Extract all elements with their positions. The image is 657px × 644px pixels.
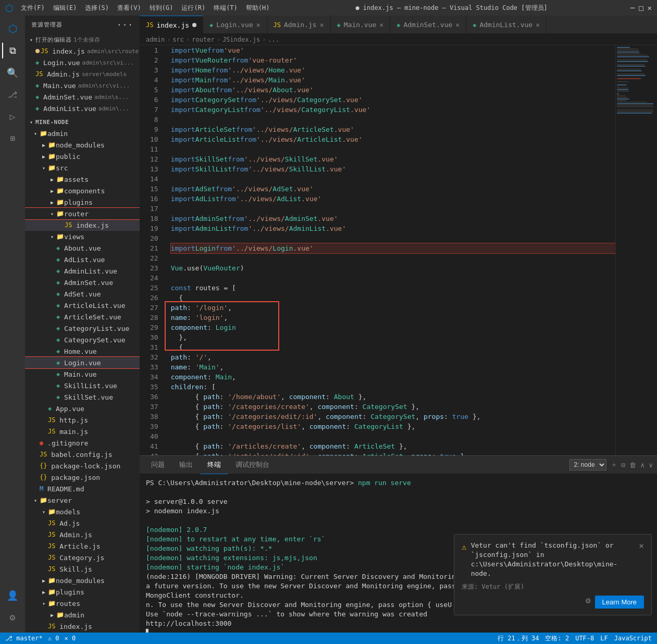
code-line[interactable]: { path: '/articles/create', component: A…: [171, 441, 615, 451]
code-editor[interactable]: 1234567891011121314151617181920212223242…: [140, 45, 615, 455]
tree-public[interactable]: ▶ 📁 public: [25, 151, 140, 162]
code-line[interactable]: import AdList from '../views/AdList.vue': [171, 194, 615, 204]
code-line[interactable]: { path: '/categories/edit/:id', componen…: [171, 412, 615, 422]
code-line[interactable]: [171, 174, 615, 184]
activity-icon-explorer[interactable]: ⧉: [2, 40, 23, 61]
code-line[interactable]: Vue.use(VueRouter): [171, 263, 615, 273]
tree-ad-js[interactable]: JS Ad.js: [25, 517, 140, 529]
code-line[interactable]: const routes = [: [171, 283, 615, 293]
code-content[interactable]: import Vue from 'vue'import VueRouter fr…: [167, 45, 615, 455]
tree-http-js[interactable]: JS http.js: [25, 414, 140, 426]
code-line[interactable]: import AdSet from '../views/AdSet.vue': [171, 184, 615, 194]
tree-skilllist-vue[interactable]: ◈ SkillList.vue: [25, 380, 140, 391]
tree-login-vue[interactable]: ◈ Login.vue: [25, 357, 140, 368]
terminal-trash-icon[interactable]: 🗑: [629, 461, 636, 469]
tree-components[interactable]: ▶ 📁 components: [25, 185, 140, 196]
tree-routes[interactable]: ▾ 📁 routes: [25, 598, 140, 609]
code-line[interactable]: import CategoryList from '../views/Categ…: [171, 105, 615, 115]
breadcrumb-part[interactable]: ...: [268, 36, 279, 43]
tree-app-vue[interactable]: ◈ App.vue: [25, 403, 140, 414]
tree-about-vue[interactable]: ◈ About.vue: [25, 242, 140, 254]
terminal-node-select[interactable]: 2: node: [569, 459, 606, 470]
tree-package-lock[interactable]: {} package-lock.json: [25, 460, 140, 472]
code-line[interactable]: import AdminList from '../views/AdminLis…: [171, 224, 615, 233]
learn-more-button[interactable]: Learn More: [595, 596, 644, 609]
code-line[interactable]: import ArticleList from '../views/Articl…: [171, 134, 615, 144]
code-line[interactable]: [171, 253, 615, 263]
code-line[interactable]: [171, 115, 615, 125]
breadcrumb-part[interactable]: src: [172, 36, 184, 43]
tree-router[interactable]: ▾ 📁 router: [25, 208, 140, 219]
tab-index-js[interactable]: JS index.js: [140, 16, 203, 34]
tree-adminlist-vue[interactable]: ◈ AdminList.vue: [25, 265, 140, 277]
tree-server-plugins[interactable]: ▶ 📁 plugins: [25, 586, 140, 598]
code-line[interactable]: [171, 431, 615, 441]
error-count[interactable]: ⚠ 0: [48, 635, 59, 642]
code-line[interactable]: [171, 144, 615, 154]
code-line[interactable]: import SkillSet from '../views/SkillSet.…: [171, 154, 615, 164]
encoding[interactable]: UTF-8: [575, 635, 594, 642]
close-tab-icon[interactable]: ✕: [256, 21, 261, 29]
code-line[interactable]: import Home from '../views/Home.vue': [171, 65, 615, 75]
tree-plugins[interactable]: ▶ 📁 plugins: [25, 196, 140, 208]
open-file-adminset-vue[interactable]: ◈ AdminSet.vue admin\s...: [25, 91, 140, 103]
tree-server-folder[interactable]: ▾ 📁 server: [25, 494, 140, 506]
menu-run[interactable]: 运行(R): [178, 3, 208, 14]
tree-index-js[interactable]: JS index.js: [25, 219, 140, 231]
close-tab-icon[interactable]: ✕: [379, 21, 383, 29]
code-line[interactable]: { path: '/articles/edit/:id', component:…: [171, 451, 615, 455]
activity-icon-account[interactable]: 👤: [2, 585, 23, 605]
tab-login-vue[interactable]: ◈ Login.vue ✕: [203, 16, 267, 34]
menu-view[interactable]: 查看(V): [114, 3, 144, 14]
code-line[interactable]: import Login from '../views/Login.vue': [171, 243, 615, 253]
maximize-button[interactable]: □: [639, 4, 643, 12]
tree-assets[interactable]: ▶ 📁 assets: [25, 174, 140, 185]
activity-icon-source-control[interactable]: ⎇: [2, 84, 23, 105]
menu-bar[interactable]: 文件(F) 编辑(E) 选择(S) 查看(V) 转到(G) 运行(R) 终端(T…: [18, 3, 273, 14]
code-line[interactable]: import Vue from 'vue': [171, 45, 615, 55]
code-line[interactable]: path: '/login',: [171, 303, 615, 313]
tree-main-js[interactable]: JS main.js: [25, 426, 140, 437]
tree-categorylist-vue[interactable]: ◈ CategoryList.vue: [25, 323, 140, 334]
code-line[interactable]: [171, 273, 615, 283]
tree-server-node-modules[interactable]: ▶ 📁 node_modules: [25, 575, 140, 586]
terminal-add-icon[interactable]: ＋: [611, 460, 617, 469]
code-line[interactable]: path: '/',: [171, 352, 615, 362]
open-file-login-vue[interactable]: ◈ Login.vue admin\src\vi...: [25, 57, 140, 68]
tree-views[interactable]: ▾ 📁 views: [25, 231, 140, 242]
code-line[interactable]: {: [171, 293, 615, 303]
tab-admin-js[interactable]: JS Admin.js ✕: [267, 16, 331, 34]
menu-file[interactable]: 文件(F): [18, 3, 48, 14]
open-file-main-vue[interactable]: ◈ Main.vue admin\src\vi...: [25, 80, 140, 91]
tree-category-js[interactable]: JS Category.js: [25, 552, 140, 563]
tree-skill-js[interactable]: JS Skill.js: [25, 563, 140, 575]
open-file-admin-js[interactable]: JS Admin.js server\models: [25, 68, 140, 80]
line-ending[interactable]: LF: [600, 635, 608, 642]
tree-models[interactable]: ▾ 📁 models: [25, 506, 140, 517]
code-line[interactable]: { path: '/categories/create', component:…: [171, 402, 615, 412]
code-line[interactable]: import About from '../views/About.vue': [171, 85, 615, 95]
tree-babel-config[interactable]: JS babel.config.js: [25, 449, 140, 460]
language-mode[interactable]: JavaScript: [614, 635, 652, 642]
tree-admin-js[interactable]: JS Admin.js: [25, 529, 140, 540]
tab-adminset-vue[interactable]: ◈ AdminSet.vue ✕: [390, 16, 466, 34]
code-line[interactable]: {: [171, 342, 615, 352]
tree-node-modules[interactable]: ▶ 📁 node_modules: [25, 139, 140, 151]
sidebar-more-icon[interactable]: ···: [117, 20, 133, 30]
minimize-button[interactable]: ─: [630, 4, 635, 12]
code-line[interactable]: import CategorySet from '../views/Catego…: [171, 95, 615, 105]
tree-articleset-vue[interactable]: ◈ ArticleSet.vue: [25, 311, 140, 323]
tree-routes-index-js[interactable]: JS index.js: [25, 621, 140, 632]
code-line[interactable]: import Main from '../views/Main.vue': [171, 75, 615, 85]
open-editors-header[interactable]: ▾ 打开的编辑器 1个未保存: [25, 34, 140, 45]
cursor-position[interactable]: 行 21，列 34: [498, 634, 539, 643]
code-line[interactable]: },: [171, 332, 615, 342]
project-header[interactable]: ▾ MINE-NODE: [25, 116, 140, 128]
tree-categoryset-vue[interactable]: ◈ CategorySet.vue: [25, 334, 140, 345]
code-line[interactable]: name: 'Main',: [171, 362, 615, 372]
tree-articlelist-vue[interactable]: ◈ ArticleList.vue: [25, 300, 140, 311]
warning-count[interactable]: ✕ 0: [64, 635, 76, 642]
menu-help[interactable]: 帮助(H): [243, 3, 273, 14]
menu-select[interactable]: 选择(S): [82, 3, 112, 14]
code-line[interactable]: children: [: [171, 382, 615, 392]
